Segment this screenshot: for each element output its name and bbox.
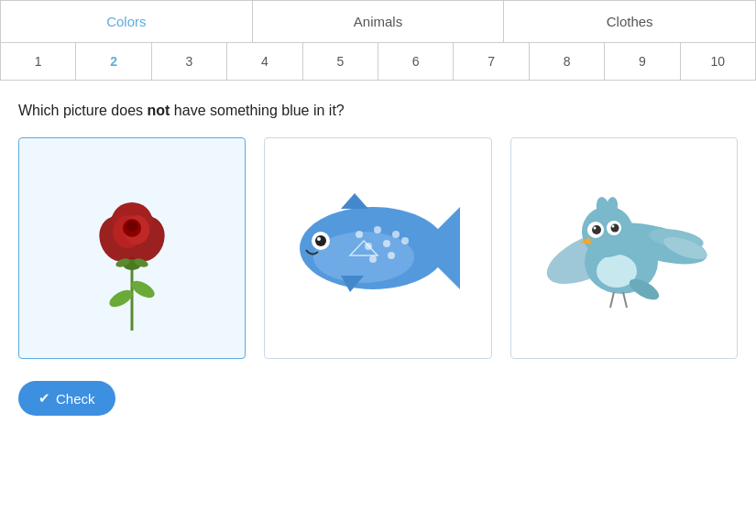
svg-point-23 — [374, 226, 381, 233]
svg-point-10 — [126, 221, 137, 232]
svg-line-48 — [610, 292, 614, 308]
number-1[interactable]: 1 — [1, 43, 76, 80]
tab-colors[interactable]: Colors — [1, 1, 253, 42]
number-navigation: 1 2 3 4 5 6 7 8 9 10 — [0, 43, 756, 81]
svg-point-42 — [594, 227, 597, 230]
checkmark-icon: ✔ — [38, 390, 50, 407]
number-8[interactable]: 8 — [530, 43, 605, 80]
svg-marker-17 — [341, 193, 368, 209]
svg-point-24 — [392, 231, 400, 238]
svg-line-49 — [623, 292, 627, 308]
number-7[interactable]: 7 — [454, 43, 529, 80]
bird-image — [520, 147, 728, 349]
image-options — [18, 137, 738, 359]
check-button[interactable]: ✔ Check — [18, 381, 115, 416]
svg-point-21 — [317, 237, 321, 241]
question-text: Which picture does not have something bl… — [18, 103, 738, 119]
number-10[interactable]: 10 — [681, 43, 755, 80]
svg-point-41 — [592, 225, 601, 234]
fish-image — [274, 147, 481, 349]
image-card-rose[interactable] — [18, 137, 246, 359]
number-5[interactable]: 5 — [303, 43, 378, 80]
image-card-bird[interactable] — [510, 137, 738, 359]
question-bold: not — [148, 103, 170, 118]
svg-point-29 — [388, 252, 395, 259]
image-card-fish[interactable] — [264, 137, 491, 359]
check-button-label: Check — [56, 391, 95, 407]
svg-point-28 — [369, 255, 377, 263]
number-4[interactable]: 4 — [227, 43, 302, 80]
number-9[interactable]: 9 — [605, 43, 680, 80]
number-2[interactable]: 2 — [76, 43, 151, 80]
svg-point-22 — [356, 231, 363, 238]
tab-animals[interactable]: Animals — [253, 1, 505, 42]
number-6[interactable]: 6 — [378, 43, 454, 80]
svg-point-44 — [611, 224, 619, 233]
svg-point-27 — [401, 237, 409, 244]
question-prefix: Which picture does — [18, 103, 148, 118]
tab-navigation: Colors Animals Clothes — [0, 0, 756, 43]
rose-image — [28, 147, 236, 349]
number-3[interactable]: 3 — [152, 43, 227, 80]
svg-point-26 — [383, 240, 390, 247]
question-suffix: have something blue in it? — [170, 103, 344, 118]
svg-point-20 — [315, 235, 326, 246]
svg-point-45 — [612, 225, 615, 228]
tab-clothes[interactable]: Clothes — [504, 1, 755, 42]
